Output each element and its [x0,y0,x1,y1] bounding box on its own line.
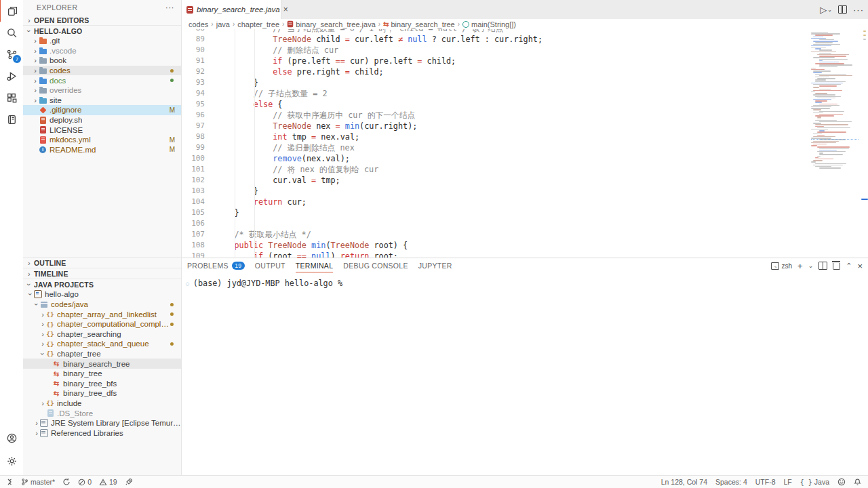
tree-item-binary-tree-bfs[interactable]: ⇆binary_tree_bfs [23,378,181,388]
chevron-right-icon[interactable]: › [32,66,39,75]
code-editor[interactable]: 88 // 当子结点数量 = 0 / 1 时， child = null / 该… [182,29,868,258]
tree-item-binary-tree-dfs[interactable]: ⇆binary_tree_dfs [23,388,181,399]
terminal-content[interactable]: ○ (base) jyd@JYD-MBP hello-algo % [182,273,868,476]
tree-item-chapter-searching[interactable]: ›{}chapter_searching [23,329,181,340]
tree-item-readme-md[interactable]: iREADME.mdM [23,145,181,155]
status-remote[interactable] [5,478,14,486]
tree-item-codes[interactable]: ›codes [23,66,181,76]
terminal-dropdown-chevron-icon[interactable]: ⌄ [808,262,814,269]
section-root-folder[interactable]: › HELLO-ALGO [23,26,181,36]
notebook-icon[interactable] [0,108,23,130]
tree-item-binary-tree[interactable]: ⇆binary_tree [23,369,181,379]
status-error[interactable]: 0 [78,478,92,486]
tree-item-gitignore[interactable]: .gitignoreM [23,105,181,115]
chevron-right-icon[interactable]: › [32,47,39,55]
tree-item-chapter-computational-complexity[interactable]: ›{}chapter_computational_complexity [23,319,181,329]
breadcrumb-binary-search-tree-java[interactable]: binary_search_tree.java [287,20,375,28]
close-panel-icon[interactable]: × [857,261,863,271]
section-outline[interactable]: › OUTLINE [23,257,181,268]
status-git-branch[interactable]: master* [21,478,55,486]
chevron-right-icon[interactable]: › [32,77,39,85]
chevron-right-icon[interactable]: › [33,429,40,437]
chevron-right-icon[interactable]: › [39,320,46,328]
tree-item-include[interactable]: ›{}include [23,399,181,409]
tree-item-deploy-sh[interactable]: deploy.sh [23,115,181,125]
new-terminal-icon[interactable]: + [797,261,803,271]
source-control-icon[interactable]: 7 [0,43,23,65]
tree-item-ds-store[interactable]: .DS_Store [23,408,181,418]
files-icon[interactable] [0,0,24,22]
tree-item-mkdocs-yml[interactable]: mkdocs.ymlM [23,135,181,145]
status-rocket[interactable] [125,478,133,486]
status-feedback[interactable] [837,478,846,486]
breadcrumb-java[interactable]: java [216,20,230,28]
overview-ruler[interactable] [861,29,868,258]
status-bell[interactable] [854,478,861,486]
more-actions-icon[interactable]: ··· [853,5,864,15]
chevron-right-icon[interactable]: › [39,310,46,319]
panel-tab-terminal[interactable]: TERMINAL [296,258,334,273]
tree-item-git[interactable]: ›.git [23,36,181,46]
status-sync[interactable] [62,478,71,486]
status-warning[interactable]: 19 [99,478,117,486]
code-line-101: 101 // 将 nex 的值复制给 cur [182,164,868,175]
tree-item-chapter-tree[interactable]: ›{}chapter_tree [23,349,181,359]
code-line-106: 106 [182,218,868,229]
status-braces[interactable]: { }Java [800,478,829,486]
split-editor-icon[interactable] [838,5,847,14]
extensions-icon[interactable] [0,87,23,108]
section-open-editors[interactable]: › OPEN EDITORS [23,15,181,26]
run-debug-icon[interactable] [0,65,23,87]
breadcrumb-binary-search-tree[interactable]: ⇆binary_search_tree [383,20,455,28]
tree-item-jre-system-library-eclipse-temurin-17-17[interactable]: ›JRE System Library [Eclipse Temurin 17 … [23,418,181,428]
class-icon: ⇆ [52,369,60,378]
panel-tab-output[interactable]: OUTPUT [255,258,285,273]
section-timeline[interactable]: › TIMELINE [23,268,181,279]
kill-terminal-icon[interactable] [833,262,840,270]
panel-tab-problems[interactable]: PROBLEMS19 [187,258,245,273]
chevron-right-icon[interactable]: › [32,37,39,45]
tree-item-overrides[interactable]: ›overrides [23,85,181,96]
tree-item-docs[interactable]: ›docs [23,75,181,85]
status-utf-8[interactable]: UTF-8 [755,478,776,486]
tab-binary-search-tree-java[interactable]: binary_search_tree.java × [182,0,281,19]
tree-item-chapter-stack-and-queue[interactable]: ›{}chapter_stack_and_queue [23,339,181,349]
panel-tab-jupyter[interactable]: JUPYTER [418,258,452,273]
section-java-projects[interactable]: › JAVA PROJECTS [23,279,181,289]
tree-item-site[interactable]: ›site [23,96,181,106]
terminal-shell-select[interactable]: > zsh [771,262,792,270]
minimap[interactable] [811,29,861,258]
tree-item-referenced-libraries[interactable]: ›Referenced Libraries [23,428,181,438]
tree-item-license[interactable]: LICENSE [23,125,181,135]
chevron-right-icon[interactable]: › [32,86,39,94]
run-button[interactable]: ▷⌄ [820,5,832,15]
settings-gear-icon[interactable] [0,450,23,472]
tree-item-hello-algo[interactable]: ›hello-algo [23,289,181,300]
maximize-panel-icon[interactable]: ⌃ [846,262,852,270]
tree-item-binary-search-tree[interactable]: ⇆binary_search_tree [23,359,181,369]
chevron-right-icon[interactable]: › [39,399,46,407]
status-spaces-4[interactable]: Spaces: 4 [715,478,747,486]
breadcrumb-codes[interactable]: codes [189,20,208,28]
chevron-right-icon[interactable]: › [33,419,40,427]
tab-close-icon[interactable]: × [283,5,288,14]
tree-item-chapter-array-and-linkedlist[interactable]: ›{}chapter_array_and_linkedlist [23,309,181,319]
split-terminal-icon[interactable] [818,262,827,270]
code-line-content: if (root == null) return root; [205,251,398,258]
explorer-more-actions-icon[interactable]: ··· [165,3,174,12]
breadcrumb-main-string[interactable]: main(String[]) [462,20,516,28]
tree-item-book[interactable]: ›book [23,56,181,66]
panel-tab-debug-console[interactable]: DEBUG CONSOLE [343,258,408,273]
chevron-right-icon[interactable]: › [39,330,46,338]
chevron-right-icon[interactable]: › [39,340,46,348]
tree-item-vscode[interactable]: ›.vscode [23,46,181,56]
chevron-right-icon[interactable]: › [32,96,39,104]
editor-tab-bar: binary_search_tree.java × ▷⌄ ··· [182,0,868,19]
tree-item-codes-java[interactable]: ›codes/java [23,300,181,310]
chevron-right-icon[interactable]: › [32,56,39,64]
search-icon[interactable] [0,22,23,43]
account-icon[interactable] [0,427,23,449]
breadcrumb-chapter-tree[interactable]: chapter_tree [237,20,279,28]
status-lf[interactable]: LF [783,478,791,486]
status-ln-128-col-74[interactable]: Ln 128, Col 74 [661,478,707,486]
